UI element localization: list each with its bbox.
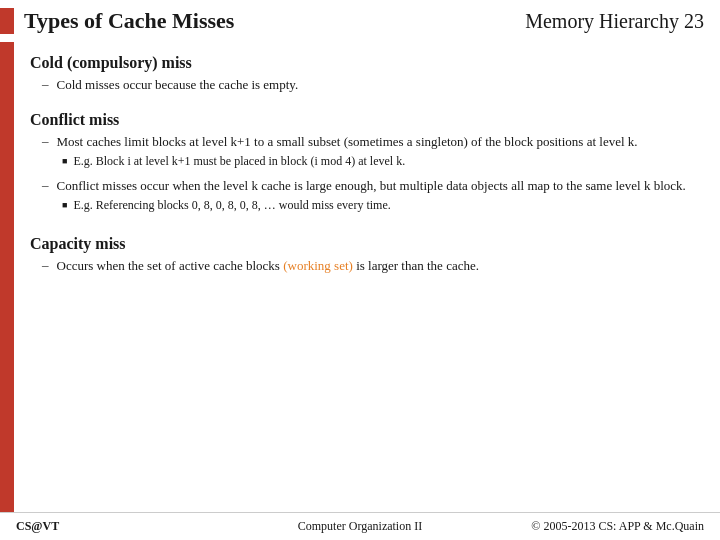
main-content: Cold (compulsory) miss – Cold misses occ… <box>14 42 720 512</box>
list-item: ■ E.g. Block i at level k+1 must be plac… <box>62 153 405 170</box>
capacity-miss-heading: Capacity miss <box>30 235 700 253</box>
content-accent-bar <box>0 42 14 512</box>
capacity-text-after: is larger than the cache. <box>353 258 479 273</box>
bullet-text: Cold misses occur because the cache is e… <box>57 76 299 94</box>
list-item: – Most caches limit blocks at level k+1 … <box>30 133 700 174</box>
footer-left: CS@VT <box>16 519 245 534</box>
cold-miss-section: Cold (compulsory) miss – Cold misses occ… <box>30 54 700 97</box>
bullet-dash: – <box>42 133 49 149</box>
slide-container: Types of Cache Misses Memory Hierarchy 2… <box>0 0 720 540</box>
slide-subtitle: Memory Hierarchy 23 <box>525 10 704 33</box>
list-item: – Occurs when the set of active cache bl… <box>30 257 700 275</box>
list-item: – Cold misses occur because the cache is… <box>30 76 700 94</box>
sub-bullet-list: ■ E.g. Referencing blocks 0, 8, 0, 8, 0,… <box>62 197 391 216</box>
content-area: Cold (compulsory) miss – Cold misses occ… <box>0 42 720 512</box>
capacity-text-before: Occurs when the set of active cache bloc… <box>57 258 284 273</box>
cold-miss-heading: Cold (compulsory) miss <box>30 54 700 72</box>
footer-right: © 2005-2013 CS: APP & Mc.Quain <box>475 519 704 534</box>
conflict-miss-bullets: – Most caches limit blocks at level k+1 … <box>30 133 700 218</box>
list-item: ■ E.g. Referencing blocks 0, 8, 0, 8, 0,… <box>62 197 391 214</box>
slide-title: Types of Cache Misses <box>24 8 525 34</box>
bullet-text: Most caches limit blocks at level k+1 to… <box>57 133 638 151</box>
sub-bullet-list: ■ E.g. Block i at level k+1 must be plac… <box>62 153 405 172</box>
footer: CS@VT Computer Organization II © 2005-20… <box>0 512 720 540</box>
bullet-text: Conflict misses occur when the level k c… <box>57 177 686 195</box>
footer-center: Computer Organization II <box>245 519 474 534</box>
header: Types of Cache Misses Memory Hierarchy 2… <box>0 0 720 42</box>
header-accent-bar <box>0 8 14 34</box>
list-item: – Conflict misses occur when the level k… <box>30 177 700 218</box>
sub-bullet-text: E.g. Referencing blocks 0, 8, 0, 8, 0, 8… <box>73 197 390 214</box>
bullet-text: Occurs when the set of active cache bloc… <box>57 257 479 275</box>
sub-bullet-icon: ■ <box>62 200 67 210</box>
capacity-miss-bullets: – Occurs when the set of active cache bl… <box>30 257 700 275</box>
capacity-highlight: (working set) <box>283 258 353 273</box>
sub-bullet-text: E.g. Block i at level k+1 must be placed… <box>73 153 405 170</box>
bullet-dash: – <box>42 257 49 273</box>
bullet-dash: – <box>42 76 49 92</box>
bullet-dash: – <box>42 177 49 193</box>
cold-miss-bullets: – Cold misses occur because the cache is… <box>30 76 700 94</box>
capacity-miss-section: Capacity miss – Occurs when the set of a… <box>30 227 700 278</box>
conflict-miss-section: Conflict miss – Most caches limit blocks… <box>30 103 700 221</box>
conflict-miss-heading: Conflict miss <box>30 111 700 129</box>
sub-bullet-icon: ■ <box>62 156 67 166</box>
